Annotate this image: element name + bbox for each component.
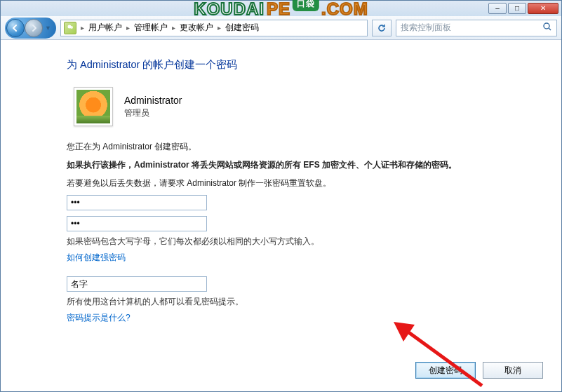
maximize-button[interactable]: □ (508, 3, 526, 14)
maximize-icon: □ (515, 5, 519, 12)
nav-bar: ▼ ▸ 用户帐户 ▸ 管理帐户 ▸ 更改帐户 ▸ 创建密码 搜索控制面板 (1, 16, 561, 40)
new-password-field[interactable] (67, 195, 207, 210)
search-input[interactable]: 搜索控制面板 (396, 20, 557, 36)
user-text: Administrator 管理员 (124, 95, 182, 119)
confirm-password-field[interactable] (67, 216, 207, 231)
nav-history-dropdown[interactable]: ▼ (43, 25, 53, 32)
hint-note: 所有使用这台计算机的人都可以看见密码提示。 (67, 296, 495, 308)
breadcrumb-sep: ▸ (126, 24, 130, 32)
advice-text: 若要避免以后丢失数据，请要求 Administrator 制作一张密码重置软盘。 (67, 177, 495, 189)
arrow-right-icon (29, 24, 38, 32)
button-bar: 创建密码 取消 (415, 362, 543, 379)
close-button[interactable]: ✕ (528, 3, 558, 14)
page-title: 为 Administrator 的帐户创建一个密码 (67, 58, 495, 72)
username-label: Administrator (124, 95, 182, 106)
hint-help-link[interactable]: 密码提示是什么? (67, 312, 131, 324)
password-hint-field[interactable] (67, 276, 207, 292)
user-block: Administrator 管理员 (67, 87, 495, 126)
intro-text: 您正在为 Administrator 创建密码。 (67, 140, 495, 153)
flower-icon (76, 90, 110, 123)
create-password-button[interactable]: 创建密码 (415, 362, 476, 379)
cancel-button[interactable]: 取消 (483, 362, 543, 379)
user-role-label: 管理员 (124, 107, 182, 119)
svg-point-2 (544, 23, 549, 29)
back-button[interactable] (6, 19, 25, 37)
address-bar[interactable]: ▸ 用户帐户 ▸ 管理帐户 ▸ 更改帐户 ▸ 创建密码 (60, 20, 368, 36)
breadcrumb-sep: ▸ (81, 24, 84, 32)
strong-password-link[interactable]: 如何创建强密码 (67, 252, 126, 264)
arrow-left-icon (11, 24, 20, 32)
breadcrumb-sep: ▸ (218, 24, 221, 32)
refresh-button[interactable] (372, 20, 392, 36)
warning-text: 如果执行该操作，Administrator 将丢失网站或网络资源的所有 EFS … (67, 158, 495, 171)
breadcrumb-item[interactable]: 创建密码 (225, 22, 259, 34)
minimize-icon: – (495, 5, 500, 12)
search-placeholder: 搜索控制面板 (401, 22, 451, 34)
breadcrumb-item[interactable]: 用户帐户 (88, 22, 122, 34)
search-icon (542, 22, 552, 34)
minimize-button[interactable]: – (488, 3, 507, 14)
content-area: 为 Administrator 的帐户创建一个密码 Administrator … (1, 40, 561, 338)
breadcrumb-sep: ▸ (172, 24, 175, 32)
forward-button[interactable] (25, 19, 43, 37)
avatar (74, 87, 113, 126)
breadcrumb-item[interactable]: 管理帐户 (134, 22, 168, 34)
svg-line-3 (549, 28, 551, 30)
user-accounts-icon (64, 22, 76, 34)
close-icon: ✕ (540, 5, 546, 12)
titlebar: – □ ✕ (1, 1, 561, 16)
window-frame: – □ ✕ ▼ ▸ 用户帐户 ▸ 管理帐户 ▸ 更改 (0, 0, 562, 392)
breadcrumb-item[interactable]: 更改帐户 (180, 22, 213, 34)
svg-point-1 (70, 26, 73, 29)
caps-note: 如果密码包含大写字母，它们每次都必须以相同的大小写方式输入。 (67, 236, 495, 248)
nav-back-forward-group: ▼ (5, 18, 56, 39)
refresh-icon (377, 23, 387, 33)
